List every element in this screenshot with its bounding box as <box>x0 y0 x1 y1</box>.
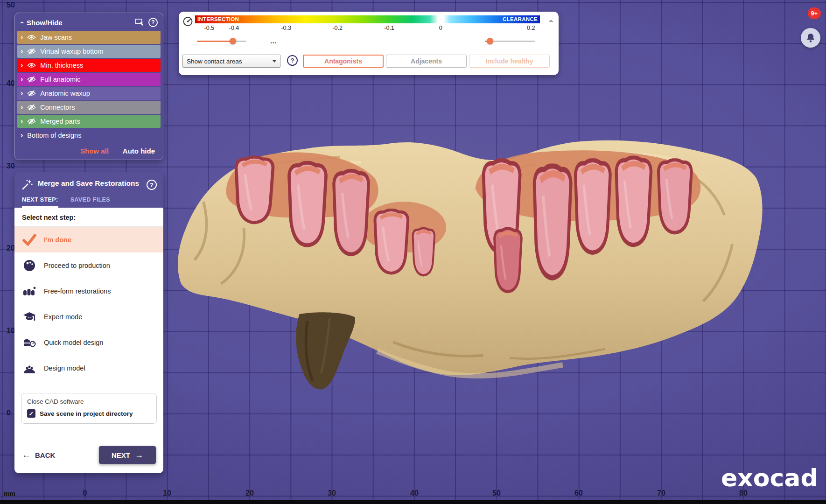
layer-row-bottom-of-designs[interactable]: › Bottom of designs <box>17 129 161 142</box>
option-im-done[interactable]: I'm done <box>14 227 163 252</box>
bell-icon <box>805 32 816 43</box>
eye-slash-icon[interactable] <box>27 76 36 83</box>
option-free-form-restorations[interactable]: Free-form restorations <box>14 278 163 304</box>
upper-range-slider[interactable] <box>485 38 535 45</box>
notifications-button[interactable] <box>801 28 820 48</box>
tick-label: -0.2 <box>332 25 343 31</box>
eye-slash-icon[interactable] <box>27 90 36 97</box>
slider-handle[interactable] <box>487 38 493 44</box>
layer-row-anatomic-waxup[interactable]: › Anatomic waxup <box>17 87 161 100</box>
eye-icon[interactable] <box>27 34 36 41</box>
expand-chevron-icon[interactable]: › <box>21 104 23 111</box>
arrow-right-icon: → <box>135 450 143 460</box>
option-design-model[interactable]: Design model <box>14 355 163 381</box>
expand-chevron-icon[interactable]: › <box>21 48 23 55</box>
show-hide-header[interactable]: › Show/Hide ? <box>17 15 161 30</box>
eye-slash-icon[interactable] <box>27 104 36 111</box>
eye-icon[interactable] <box>27 62 36 69</box>
option-quick-model-design[interactable]: Quick model design <box>14 329 163 355</box>
wizard-buttons: ← BACK NEXT → <box>14 424 163 466</box>
dropdown-arrow-icon <box>273 60 276 63</box>
layer-label: Virtual waxup bottom <box>40 48 103 55</box>
design-model-icon <box>23 363 36 374</box>
layer-row-merged-parts[interactable]: › Merged parts <box>17 115 161 128</box>
notification-count-badge: 9+ <box>808 7 821 19</box>
expand-chevron-icon[interactable]: › <box>21 62 23 69</box>
layer-row-jaw-scans[interactable]: › Jaw scans <box>17 31 161 44</box>
ruler-left-30: 30 <box>7 162 15 170</box>
window-bottom-edge <box>0 500 826 504</box>
option-label: Quick model design <box>44 339 103 346</box>
save-scene-checkbox-row[interactable]: ✓ Save scene in project directory <box>27 409 151 418</box>
help-icon[interactable]: ? <box>287 55 298 66</box>
ruler-bottom-70: 70 <box>657 489 665 497</box>
layer-label: Full anatomic <box>40 76 80 83</box>
contact-areas-select[interactable]: Show contact areas <box>182 55 280 68</box>
auto-hide-button[interactable]: Auto hide <box>123 147 155 155</box>
layer-row-connectors[interactable]: › Connectors <box>17 101 161 114</box>
slider-handle[interactable] <box>230 38 236 44</box>
ruler-left-50: 50 <box>7 1 15 9</box>
ruler-left-0: 0 <box>7 409 11 417</box>
next-button[interactable]: NEXT → <box>99 446 156 464</box>
tab-next-step[interactable]: NEXT STEP: <box>22 194 58 208</box>
option-label: I'm done <box>44 236 71 244</box>
expand-chevron-icon[interactable]: › <box>21 90 23 97</box>
merge-panel-body: Select next step: I'm done Proceed to pr… <box>14 208 163 473</box>
merge-panel-tabs: NEXT STEP: SAVED FILES <box>14 193 163 208</box>
layer-row-full-anatomic[interactable]: › Full anatomic <box>17 73 161 86</box>
ruler-left-20: 20 <box>7 244 15 252</box>
tick-label: -0.5 <box>204 25 215 31</box>
include-healthy-button: Include healthy <box>469 55 550 68</box>
lower-range-slider[interactable] <box>197 38 246 45</box>
layer-row-virtual-waxup-bottom[interactable]: › Virtual waxup bottom <box>17 45 161 58</box>
help-icon[interactable]: ? <box>148 18 158 27</box>
show-all-button[interactable]: Show all <box>80 147 109 155</box>
layer-label: Connectors <box>40 104 75 111</box>
back-label: BACK <box>35 451 55 459</box>
gauge-icon[interactable] <box>182 15 194 28</box>
show-hide-panel: › Show/Hide ? › Jaw scans › Virtual waxu… <box>14 13 163 160</box>
tick-label: 0.2 <box>527 25 535 31</box>
close-cad-group: Close CAD software ✓ Save scene in proje… <box>21 393 157 424</box>
layer-label: Merged parts <box>40 118 80 125</box>
check-icon <box>22 234 36 246</box>
option-label: Free-form restorations <box>44 287 111 295</box>
expand-chevron-icon[interactable]: › <box>21 76 23 83</box>
adjacents-button[interactable]: Adjacents <box>386 55 467 68</box>
ruler-bottom-0: 0 <box>83 489 87 497</box>
option-expert-mode[interactable]: Expert mode <box>14 304 163 329</box>
ruler-bottom-30: 30 <box>328 489 336 497</box>
screen-pointer-icon[interactable] <box>135 18 144 27</box>
expand-chevron-icon[interactable]: › <box>21 118 23 125</box>
eye-slash-icon[interactable] <box>27 118 36 125</box>
graduation-cap-icon <box>23 312 36 322</box>
ruler-bottom-40: 40 <box>410 489 419 497</box>
expand-chevron-icon[interactable]: › <box>21 34 23 41</box>
ruler-unit-label: mm <box>4 490 15 497</box>
option-proceed-to-production[interactable]: Proceed to production <box>14 252 163 278</box>
tick-label: -0.3 <box>281 25 291 31</box>
layer-label: Bottom of designs <box>27 132 81 139</box>
ruler-bottom-10: 10 <box>163 489 171 497</box>
3d-jaw-scan-model[interactable] <box>170 138 765 392</box>
tab-saved-files[interactable]: SAVED FILES <box>70 194 110 208</box>
collapse-chevron-icon[interactable]: › <box>18 21 25 24</box>
merge-panel-title: Merge and Save Restorations <box>38 179 142 188</box>
back-button[interactable]: ← BACK <box>22 450 55 460</box>
eye-slash-icon[interactable] <box>27 48 36 55</box>
panel-collapse-chevron-icon[interactable]: › <box>547 20 555 23</box>
antagonists-button[interactable]: Antagonists <box>303 55 384 68</box>
scan-hole-artifact <box>296 312 355 389</box>
magic-wand-icon <box>21 179 33 191</box>
layer-row-min-thickness[interactable]: › Min. thickness <box>17 59 161 72</box>
arrow-left-icon: ← <box>22 450 31 460</box>
next-label: NEXT <box>112 451 130 459</box>
clearance-label: CLEARANCE <box>503 16 538 22</box>
help-icon[interactable]: ? <box>147 180 157 190</box>
checkbox-checked-icon[interactable]: ✓ <box>27 409 35 418</box>
expand-chevron-icon[interactable]: › <box>21 132 23 139</box>
ruler-left-10: 10 <box>7 327 15 335</box>
ruler-bottom-50: 50 <box>492 489 501 497</box>
close-cad-title: Close CAD software <box>27 398 151 405</box>
